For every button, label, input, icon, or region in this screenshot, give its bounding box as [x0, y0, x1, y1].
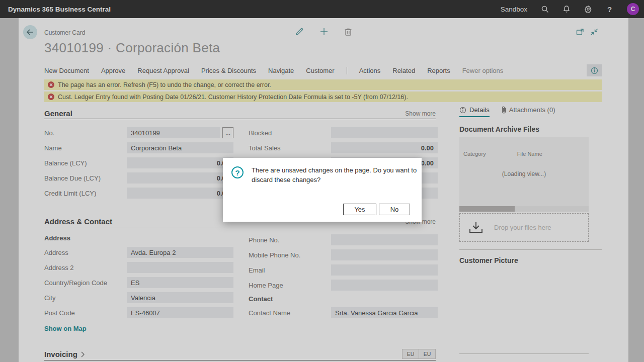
- yes-button[interactable]: Yes: [343, 204, 376, 215]
- question-circle-icon: ?: [231, 166, 244, 178]
- unsaved-changes-dialog: ? There are unsaved changes on the page.…: [223, 158, 422, 222]
- dialog-message: There are unsaved changes on the page. D…: [252, 166, 419, 185]
- no-button[interactable]: No: [379, 204, 410, 215]
